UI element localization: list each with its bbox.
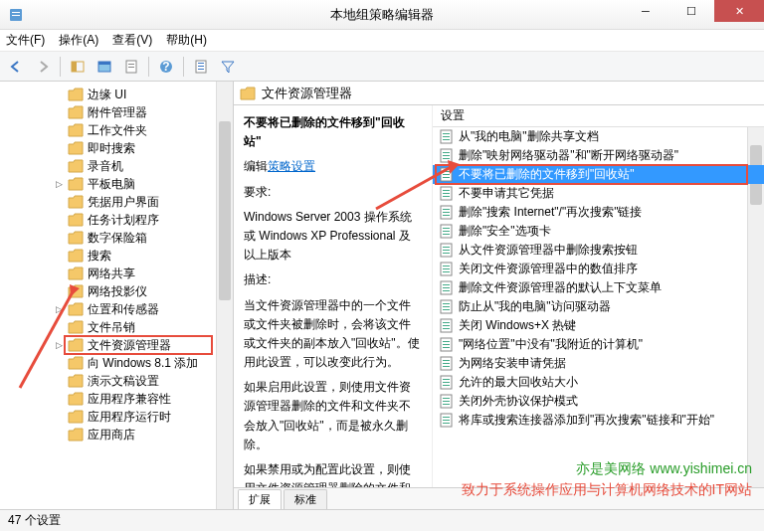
tree-item-label: 搜索: [88, 248, 111, 265]
tree-item[interactable]: 向 Windows 8.1 添加: [0, 354, 233, 372]
forward-button[interactable]: [31, 55, 55, 79]
svg-rect-33: [443, 209, 450, 210]
tree-item[interactable]: 工作文件夹: [0, 121, 233, 139]
tree-item[interactable]: 网络投影仪: [0, 282, 233, 300]
export-button[interactable]: [93, 55, 116, 79]
tree-item-label: 即时搜索: [88, 140, 135, 157]
help-button[interactable]: ?: [154, 55, 178, 79]
setting-item[interactable]: "网络位置"中没有"我附近的计算机": [433, 335, 764, 354]
policy-icon: [439, 129, 454, 144]
expand-icon[interactable]: ▷: [54, 340, 64, 350]
setting-item[interactable]: 从文件资源管理器中删除搜索按钮: [433, 241, 764, 260]
menu-view[interactable]: 查看(V): [112, 32, 152, 49]
setting-item[interactable]: 关闭文件资源管理器中的数值排序: [433, 260, 764, 278]
svg-rect-9: [128, 67, 134, 68]
setting-item[interactable]: 为网络安装申请凭据: [433, 354, 764, 373]
setting-item[interactable]: 关闭外壳协议保护模式: [433, 392, 764, 411]
tree-item[interactable]: 数字保险箱: [0, 229, 233, 247]
tree-item[interactable]: 文件吊销: [0, 318, 233, 336]
settings-list[interactable]: 从"我的电脑"删除共享文档删除"映射网络驱动器"和"断开网络驱动器"不要将已删除…: [433, 127, 764, 487]
folder-icon: [240, 87, 256, 100]
setting-label: 删除"映射网络驱动器"和"断开网络驱动器": [459, 147, 678, 164]
svg-rect-77: [443, 417, 450, 418]
svg-rect-14: [198, 66, 204, 67]
refresh-button[interactable]: [119, 55, 143, 79]
folder-icon: [68, 231, 84, 245]
tree-item[interactable]: 凭据用户界面: [0, 193, 233, 211]
close-button[interactable]: ✕: [714, 0, 764, 22]
tree-item[interactable]: ▷位置和传感器: [0, 300, 233, 318]
tree-item[interactable]: 附件管理器: [0, 103, 233, 121]
setting-item[interactable]: 删除"映射网络驱动器"和"断开网络驱动器": [433, 146, 764, 165]
column-header-setting[interactable]: 设置: [433, 105, 764, 127]
tree-item[interactable]: ▷文件资源管理器: [0, 336, 233, 354]
setting-item[interactable]: 删除"安全"选项卡: [433, 222, 764, 241]
folder-icon: [68, 177, 84, 191]
setting-label: 从"我的电脑"删除共享文档: [459, 128, 599, 145]
tab-standard[interactable]: 标准: [284, 489, 327, 509]
policy-icon: [439, 318, 454, 333]
tree-item[interactable]: 应用商店: [0, 426, 233, 443]
tree-item[interactable]: 即时搜索: [0, 139, 233, 157]
statusbar: 47 个设置: [0, 509, 764, 531]
setting-item[interactable]: 关闭 Windows+X 热键: [433, 316, 764, 335]
tree-item-label: 任务计划程序: [88, 212, 159, 229]
tree-item-label: 文件吊销: [88, 319, 135, 336]
show-hide-tree-button[interactable]: [66, 55, 90, 79]
setting-item[interactable]: 防止从"我的电脑"访问驱动器: [433, 297, 764, 316]
filter-button[interactable]: [216, 55, 240, 79]
svg-rect-58: [443, 325, 450, 326]
back-button[interactable]: [4, 55, 28, 79]
expand-icon[interactable]: ▷: [54, 304, 64, 314]
tree-item[interactable]: 搜索: [0, 247, 233, 265]
svg-rect-17: [443, 133, 450, 134]
properties-button[interactable]: [189, 55, 213, 79]
minimize-button[interactable]: ─: [623, 0, 668, 22]
svg-rect-66: [443, 363, 450, 364]
tabstrip: 扩展 标准: [234, 487, 764, 509]
policy-icon: [439, 167, 454, 182]
detail-heading: 文件资源管理器: [262, 85, 352, 102]
svg-rect-46: [443, 268, 450, 269]
menu-action[interactable]: 操作(A): [59, 32, 98, 49]
tree-item-label: 演示文稿设置: [88, 373, 159, 390]
maximize-button[interactable]: ☐: [668, 0, 714, 22]
tree-item-label: 位置和传感器: [88, 301, 159, 318]
policy-icon: [439, 356, 454, 371]
tree-item[interactable]: 边缘 UI: [0, 86, 233, 103]
svg-rect-42: [443, 250, 450, 251]
svg-rect-39: [443, 234, 450, 235]
svg-rect-29: [443, 190, 450, 191]
folder-icon: [68, 213, 84, 227]
setting-item[interactable]: 将库或搜索连接器添加到"再次搜索"链接和"开始": [433, 411, 764, 430]
setting-item[interactable]: 不要申请其它凭据: [433, 184, 764, 203]
edit-policy-link[interactable]: 策略设置: [268, 159, 315, 173]
menu-file[interactable]: 文件(F): [6, 32, 45, 49]
folder-icon: [68, 428, 84, 442]
menu-help[interactable]: 帮助(H): [166, 32, 207, 49]
tree-item[interactable]: 网络共享: [0, 265, 233, 282]
tree-scrollbar[interactable]: [216, 82, 233, 509]
svg-rect-31: [443, 196, 450, 197]
setting-item[interactable]: 允许的最大回收站大小: [433, 373, 764, 392]
tree-item[interactable]: 录音机: [0, 157, 233, 175]
svg-rect-59: [443, 328, 450, 329]
tree-item[interactable]: 应用程序兼容性: [0, 390, 233, 408]
tree-item[interactable]: 演示文稿设置: [0, 372, 233, 390]
expand-icon[interactable]: ▷: [54, 179, 64, 189]
tab-extended[interactable]: 扩展: [238, 489, 282, 509]
svg-rect-49: [443, 284, 450, 285]
tree-panel[interactable]: 边缘 UI附件管理器工作文件夹即时搜索录音机▷平板电脑凭据用户界面任务计划程序数…: [0, 82, 234, 509]
tree-item-label: 平板电脑: [88, 176, 135, 193]
svg-rect-38: [443, 231, 450, 232]
setting-item[interactable]: 删除"搜索 Internet"/"再次搜索"链接: [433, 203, 764, 222]
tree-item[interactable]: 任务计划程序: [0, 211, 233, 229]
setting-item[interactable]: 删除文件资源管理器的默认上下文菜单: [433, 278, 764, 297]
svg-rect-23: [443, 158, 450, 159]
tree-item[interactable]: ▷平板电脑: [0, 175, 233, 193]
svg-rect-2: [12, 15, 20, 16]
tree-item[interactable]: 应用程序运行时: [0, 408, 233, 426]
tree-item-label: 附件管理器: [88, 104, 147, 121]
setting-item[interactable]: 不要将已删除的文件移到"回收站": [433, 165, 764, 184]
setting-item[interactable]: 从"我的电脑"删除共享文档: [433, 127, 764, 146]
